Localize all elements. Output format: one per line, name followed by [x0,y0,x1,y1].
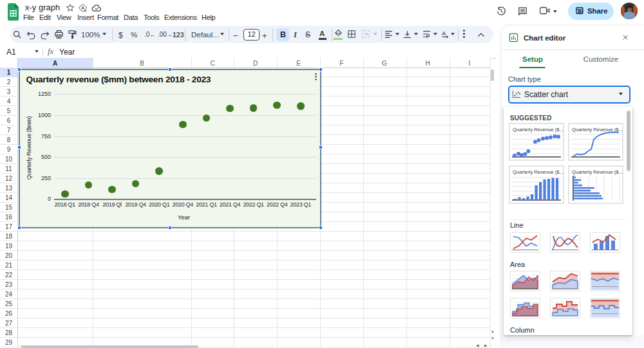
svg-text:Quarterly Revenue ($...: Quarterly Revenue ($... [513,169,564,175]
svg-text:Quarterly Revenue ($...: Quarterly Revenue ($... [572,169,623,175]
svg-text:Quarterly Revenue ($...: Quarterly Revenue ($... [513,127,564,133]
